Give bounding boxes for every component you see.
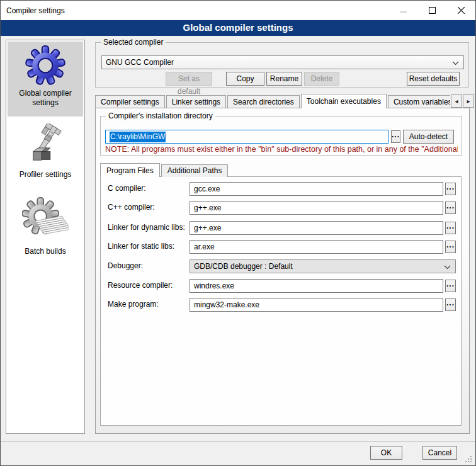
settings-sidebar: Global compiler settings Profiler sett bbox=[6, 40, 85, 434]
field-value: mingw32-make.exe bbox=[194, 300, 259, 309]
field-value: ar.exe bbox=[194, 242, 215, 251]
field-value: g++.exe bbox=[194, 224, 221, 232]
static-linker-input[interactable]: ar.exe bbox=[190, 240, 443, 254]
page-title: Global compiler settings bbox=[1, 20, 475, 36]
dynamic-linker-input[interactable]: g++.exe bbox=[190, 221, 443, 235]
set-as-default-button[interactable]: Set as default bbox=[166, 72, 212, 86]
tab-scroll-left-button[interactable]: ◂ bbox=[451, 94, 462, 108]
field-label: C++ compiler: bbox=[108, 203, 155, 212]
compiler-settings-dialog: Compiler settings Global compiler settin… bbox=[0, 0, 476, 466]
arrow-left-icon: ◂ bbox=[455, 98, 458, 105]
maximize-icon bbox=[429, 7, 436, 14]
tab-compiler-settings[interactable]: Compiler settings bbox=[95, 95, 165, 108]
footer-separator bbox=[1, 441, 476, 441]
close-button[interactable] bbox=[446, 1, 475, 20]
note-text: NOTE: All programs must exist either in … bbox=[105, 145, 458, 154]
subtab-program-files[interactable]: Program Files bbox=[100, 163, 160, 177]
cancel-button[interactable]: Cancel bbox=[422, 446, 457, 460]
tab-custom-variables[interactable]: Custom variables bbox=[388, 95, 450, 108]
installation-directory-value: C:\raylib\MinGW bbox=[110, 132, 166, 142]
titlebar: Compiler settings bbox=[1, 1, 475, 20]
sidebar-item-label: Batch builds bbox=[8, 247, 83, 256]
field-value: gcc.exe bbox=[194, 185, 220, 193]
settings-tabstrip: Compiler settings Linker settings Search… bbox=[95, 94, 450, 108]
sidebar-item-batch-builds[interactable]: Batch builds bbox=[8, 194, 83, 263]
gear-blue-icon bbox=[25, 45, 66, 86]
field-value: windres.exe bbox=[194, 281, 234, 290]
c-compiler-input[interactable]: gcc.exe bbox=[190, 182, 443, 196]
c-compiler-browse-button[interactable]: ... bbox=[445, 183, 456, 195]
tab-scroll-right-button[interactable]: ▸ bbox=[463, 94, 474, 108]
field-label: Linker for static libs: bbox=[108, 242, 174, 251]
gear-papers-icon bbox=[22, 196, 69, 244]
copy-button[interactable]: Copy bbox=[226, 72, 264, 86]
group-label: Compiler's installation directory bbox=[106, 111, 215, 120]
arrow-right-icon: ▸ bbox=[467, 98, 470, 105]
resource-compiler-input[interactable]: windres.exe bbox=[190, 279, 443, 293]
sidebar-item-label: Global compiler settings bbox=[8, 89, 83, 108]
chevron-down-icon bbox=[444, 265, 451, 270]
compiler-select[interactable]: GNU GCC Compiler bbox=[101, 55, 464, 69]
field-label: Resource compiler: bbox=[108, 281, 173, 290]
resource-compiler-browse-button[interactable]: ... bbox=[445, 280, 456, 292]
sidebar-item-global-compiler-settings[interactable]: Global compiler settings bbox=[8, 42, 83, 116]
static-linker-browse-button[interactable]: ... bbox=[445, 241, 456, 253]
sidebar-item-label: Profiler settings bbox=[8, 170, 83, 179]
cpp-compiler-input[interactable]: g++.exe bbox=[190, 201, 443, 215]
field-label: C compiler: bbox=[108, 184, 146, 193]
field-label: Linker for dynamic libs: bbox=[108, 223, 185, 232]
auto-detect-button[interactable]: Auto-detect bbox=[403, 130, 454, 144]
close-icon bbox=[458, 7, 465, 14]
make-program-input[interactable]: mingw32-make.exe bbox=[190, 298, 443, 312]
maximize-button[interactable] bbox=[417, 1, 446, 20]
minimize-icon bbox=[400, 7, 407, 14]
reset-defaults-button[interactable]: Reset defaults bbox=[407, 72, 460, 86]
group-label: Selected compiler bbox=[101, 38, 166, 47]
ok-button[interactable]: OK bbox=[370, 446, 402, 460]
field-value: g++.exe bbox=[194, 203, 221, 212]
files-subtabstrip: Program Files Additional Paths bbox=[100, 163, 229, 177]
chevron-down-icon bbox=[452, 61, 459, 65]
tab-linker-settings[interactable]: Linker settings bbox=[166, 95, 226, 108]
compiler-select-value: GNU GCC Compiler bbox=[106, 58, 174, 67]
field-value: GDB/CDB debugger : Default bbox=[194, 262, 293, 271]
rename-button[interactable]: Rename bbox=[266, 72, 302, 86]
field-label: Debugger: bbox=[108, 261, 143, 270]
cpp-compiler-browse-button[interactable]: ... bbox=[445, 202, 456, 214]
window-title: Compiler settings bbox=[6, 6, 65, 15]
make-program-browse-button[interactable]: ... bbox=[445, 298, 456, 311]
sidebar-item-profiler-settings[interactable]: Profiler settings bbox=[8, 122, 83, 185]
debugger-select[interactable]: GDB/CDB debugger : Default bbox=[190, 259, 456, 273]
installation-directory-input[interactable]: C:\raylib\MinGW bbox=[105, 130, 388, 144]
dynamic-linker-browse-button[interactable]: ... bbox=[445, 222, 456, 234]
caliper-icon bbox=[26, 123, 65, 168]
subtab-additional-paths[interactable]: Additional Paths bbox=[161, 164, 229, 177]
browse-directory-button[interactable]: ... bbox=[391, 130, 400, 143]
tab-toolchain-executables[interactable]: Toolchain executables bbox=[301, 94, 387, 108]
minimize-button[interactable] bbox=[388, 1, 417, 20]
resize-grip[interactable] bbox=[465, 455, 472, 463]
field-label: Make program: bbox=[108, 300, 159, 309]
delete-button[interactable]: Delete bbox=[304, 72, 339, 86]
tab-search-directories[interactable]: Search directories bbox=[227, 95, 300, 108]
